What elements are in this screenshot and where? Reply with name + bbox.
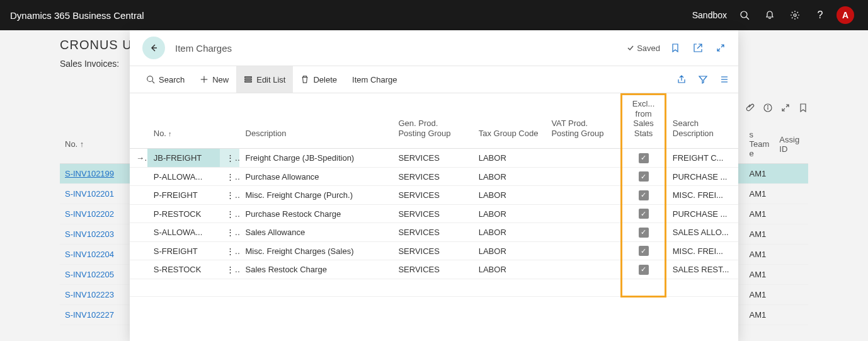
cell-excl-from-sales-stats[interactable]: ✓ xyxy=(622,149,665,168)
invoice-no-link[interactable]: S-INV102203 xyxy=(60,224,126,245)
col-no[interactable]: No. ↑ xyxy=(60,125,126,164)
user-avatar[interactable]: A xyxy=(833,0,858,30)
attachments-icon[interactable] xyxy=(745,103,755,113)
search-button[interactable]: Search xyxy=(139,66,192,93)
invoice-no-link[interactable]: S-INV102199 xyxy=(60,164,126,184)
invoice-no-link[interactable]: S-INV102227 xyxy=(60,305,126,325)
cell-vat-prod-posting-group[interactable] xyxy=(545,167,621,186)
invoice-no-link[interactable]: S-INV102204 xyxy=(60,245,126,265)
item-charge-button[interactable]: Item Charge xyxy=(345,66,405,93)
cell-excl-from-sales-stats[interactable]: ✓ xyxy=(622,186,665,205)
cell-excl-from-sales-stats[interactable]: ✓ xyxy=(622,167,665,186)
cell-vat-prod-posting-group[interactable] xyxy=(545,223,621,242)
item-charge-row[interactable]: P-RESTOCK ⋮ Purchase Restock Charge SERV… xyxy=(130,204,738,223)
cell-vat-prod-posting-group[interactable] xyxy=(545,260,621,279)
cell-search-description[interactable]: FREIGHT C... xyxy=(665,149,738,168)
cell-excl-from-sales-stats[interactable]: ✓ xyxy=(622,260,665,279)
col-excl-from-sales-stats[interactable]: Excl... from Sales Stats xyxy=(622,95,665,149)
filter-icon[interactable] xyxy=(698,74,708,84)
cell-gen-prod-posting-group[interactable]: SERVICES xyxy=(392,149,472,168)
cell-description[interactable]: Misc. Freight Charge (Purch.) xyxy=(239,186,392,205)
cell-search-description[interactable]: PURCHASE ... xyxy=(665,167,738,186)
cell-no[interactable]: P-RESTOCK xyxy=(147,204,220,223)
cell-search-description[interactable]: PURCHASE ... xyxy=(665,204,738,223)
cell-tax-group-code[interactable]: LABOR xyxy=(472,204,545,223)
share-icon[interactable] xyxy=(677,74,687,84)
cell-vat-prod-posting-group[interactable] xyxy=(545,149,621,168)
cell-gen-prod-posting-group[interactable]: SERVICES xyxy=(392,260,472,279)
cell-gen-prod-posting-group[interactable]: SERVICES xyxy=(392,204,472,223)
settings-icon[interactable] xyxy=(782,0,808,30)
item-charge-row[interactable]: S-FREIGHT ⋮ Misc. Freight Charges (Sales… xyxy=(130,241,738,260)
col-no[interactable]: No. xyxy=(147,95,220,149)
cell-gen-prod-posting-group[interactable]: SERVICES xyxy=(392,241,472,260)
cell-description[interactable]: Purchase Restock Charge xyxy=(239,204,392,223)
cell-tax-group-code[interactable]: LABOR xyxy=(472,167,545,186)
cell-search-description[interactable]: SALES REST... xyxy=(665,260,738,279)
cell-tax-group-code[interactable]: LABOR xyxy=(472,149,545,168)
cell-search-description[interactable]: SALES ALLO... xyxy=(665,223,738,242)
bookmark-icon[interactable] xyxy=(798,103,808,113)
invoice-no-link[interactable]: S-INV102201 xyxy=(60,184,126,204)
item-charge-row[interactable]: → JB-FREIGHT ⋮ Freight Charge (JB-Spedit… xyxy=(130,149,738,168)
cell-description[interactable]: Purchase Allowance xyxy=(239,167,392,186)
invoice-no-link[interactable]: S-INV102223 xyxy=(60,285,126,305)
info-icon[interactable] xyxy=(763,103,773,113)
cell-description[interactable]: Freight Charge (JB-Spedition) xyxy=(239,149,392,168)
item-charge-row[interactable]: S-RESTOCK ⋮ Sales Restock Charge SERVICE… xyxy=(130,260,738,279)
cell-description[interactable]: Sales Allowance xyxy=(239,223,392,242)
cell-no[interactable]: S-FREIGHT xyxy=(147,241,220,260)
expand-icon[interactable] xyxy=(780,103,791,113)
col-search-description[interactable]: Search Description xyxy=(665,95,738,149)
search-icon[interactable] xyxy=(732,0,757,30)
cell-search-description[interactable]: MISC. FREI... xyxy=(665,241,738,260)
col-assig[interactable]: AssigID xyxy=(774,125,808,164)
cell-tax-group-code[interactable]: LABOR xyxy=(472,241,545,260)
list-view-icon[interactable] xyxy=(719,74,729,84)
cell-tax-group-code[interactable]: LABOR xyxy=(472,223,545,242)
row-menu-icon[interactable]: ⋮ xyxy=(220,260,239,279)
cell-no[interactable]: JB-FREIGHT xyxy=(147,149,220,168)
empty-row[interactable] xyxy=(130,279,738,296)
cell-excl-from-sales-stats[interactable]: ✓ xyxy=(622,204,665,223)
invoice-no-link[interactable]: S-INV102205 xyxy=(60,265,126,285)
cell-gen-prod-posting-group[interactable]: SERVICES xyxy=(392,167,472,186)
notifications-icon[interactable] xyxy=(757,0,782,30)
cell-tax-group-code[interactable]: LABOR xyxy=(472,260,545,279)
col-vat-prod-posting-group[interactable]: VAT Prod. Posting Group xyxy=(545,95,621,149)
row-menu-icon[interactable]: ⋮ xyxy=(220,149,239,168)
col-gen-prod-posting-group[interactable]: Gen. Prod. Posting Group xyxy=(392,95,472,149)
cell-vat-prod-posting-group[interactable] xyxy=(545,241,621,260)
cell-tax-group-code[interactable]: LABOR xyxy=(472,186,545,205)
cell-gen-prod-posting-group[interactable]: SERVICES xyxy=(392,223,472,242)
cell-excl-from-sales-stats[interactable]: ✓ xyxy=(622,223,665,242)
cell-vat-prod-posting-group[interactable] xyxy=(545,186,621,205)
cell-vat-prod-posting-group[interactable] xyxy=(545,204,621,223)
help-icon[interactable]: ? xyxy=(808,0,833,30)
item-charge-row[interactable]: P-FREIGHT ⋮ Misc. Freight Charge (Purch.… xyxy=(130,186,738,205)
item-charge-row[interactable]: S-ALLOWA... ⋮ Sales Allowance SERVICES L… xyxy=(130,223,738,242)
popout-icon[interactable] xyxy=(693,43,703,53)
col-tax-group-code[interactable]: Tax Group Code xyxy=(472,95,545,149)
cell-no[interactable]: P-ALLOWA... xyxy=(147,167,220,186)
expand-icon[interactable] xyxy=(716,43,726,53)
row-menu-icon[interactable]: ⋮ xyxy=(220,186,239,205)
row-menu-icon[interactable]: ⋮ xyxy=(220,223,239,242)
cell-no[interactable]: S-RESTOCK xyxy=(147,260,220,279)
row-menu-icon[interactable]: ⋮ xyxy=(220,167,239,186)
cell-search-description[interactable]: MISC. FREI... xyxy=(665,186,738,205)
bookmark-icon[interactable] xyxy=(670,43,680,53)
item-charge-row[interactable]: P-ALLOWA... ⋮ Purchase Allowance SERVICE… xyxy=(130,167,738,186)
back-button[interactable] xyxy=(142,37,165,59)
delete-button[interactable]: Delete xyxy=(293,66,345,93)
cell-description[interactable]: Misc. Freight Charges (Sales) xyxy=(239,241,392,260)
cell-gen-prod-posting-group[interactable]: SERVICES xyxy=(392,186,472,205)
edit-list-button[interactable]: Edit List xyxy=(236,66,293,93)
row-menu-icon[interactable]: ⋮ xyxy=(220,241,239,260)
invoice-no-link[interactable]: S-INV102202 xyxy=(60,204,126,224)
cell-no[interactable]: S-ALLOWA... xyxy=(147,223,220,242)
col-description[interactable]: Description xyxy=(239,95,392,149)
row-menu-icon[interactable]: ⋮ xyxy=(220,204,239,223)
cell-excl-from-sales-stats[interactable]: ✓ xyxy=(622,241,665,260)
new-button[interactable]: New xyxy=(192,66,236,93)
